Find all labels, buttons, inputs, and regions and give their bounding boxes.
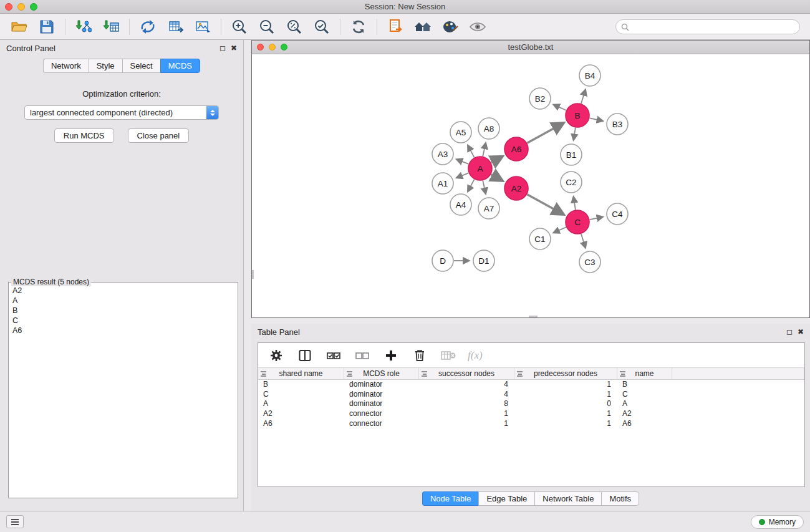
list-item[interactable]: B — [12, 306, 234, 316]
list-item[interactable]: A — [12, 296, 234, 306]
task-history-button[interactable] — [6, 515, 24, 528]
export-table-icon[interactable] — [166, 17, 185, 36]
delete-column-icon[interactable] — [410, 346, 429, 365]
show-columns-icon[interactable] — [296, 346, 314, 365]
tab-node-table[interactable]: Node Table — [422, 491, 479, 506]
optimization-criterion-select[interactable]: largest connected component (directed) — [24, 105, 219, 120]
graph-edge[interactable] — [483, 181, 486, 194]
graph-edge[interactable] — [491, 175, 503, 181]
table-cell[interactable]: C — [617, 390, 672, 400]
table-cell[interactable]: 1 — [514, 419, 617, 429]
table-cell[interactable] — [672, 380, 804, 390]
minimize-network-window-button[interactable] — [269, 44, 276, 51]
tab-motifs[interactable]: Motifs — [601, 491, 639, 506]
graph-edge[interactable] — [456, 160, 468, 164]
table-cell[interactable] — [672, 419, 804, 429]
table-cell[interactable]: A — [617, 399, 672, 409]
column-header-mcds-role[interactable]: MCDS role — [344, 368, 419, 379]
table-cell[interactable]: 1 — [514, 380, 617, 390]
save-session-icon[interactable] — [37, 17, 56, 36]
new-network-icon[interactable] — [138, 17, 157, 36]
table-cell[interactable]: 4 — [419, 380, 514, 390]
home-icon[interactable] — [413, 17, 432, 36]
search-input[interactable] — [632, 22, 794, 31]
import-network-file-icon[interactable] — [74, 17, 93, 36]
horizontal-scrollbar[interactable] — [529, 316, 538, 317]
tab-style[interactable]: Style — [89, 59, 122, 73]
open-session-icon[interactable] — [10, 17, 29, 36]
close-panel-button[interactable]: Close panel — [128, 128, 190, 143]
memory-button[interactable]: Memory — [751, 515, 804, 529]
table-cell[interactable]: dominator — [344, 399, 419, 409]
table-cell[interactable]: A2 — [258, 409, 344, 419]
zoom-window-button[interactable] — [30, 3, 37, 11]
table-row[interactable]: A2connector11A2 — [258, 409, 804, 419]
zoom-in-icon[interactable] — [230, 17, 249, 36]
table-cell[interactable]: 4 — [419, 390, 514, 400]
search-box[interactable] — [615, 19, 800, 34]
run-mcds-button[interactable]: Run MCDS — [54, 128, 114, 143]
table-cell[interactable]: A2 — [617, 409, 672, 419]
table-cell[interactable]: B — [258, 380, 344, 390]
minimize-window-button[interactable] — [17, 3, 25, 11]
table-cell[interactable] — [672, 409, 804, 419]
table-cell[interactable]: 0 — [514, 399, 617, 409]
close-window-button[interactable] — [5, 3, 12, 11]
refresh-icon[interactable] — [349, 17, 368, 36]
float-panel-icon[interactable]: ◻ — [219, 44, 226, 52]
table-cell[interactable]: dominator — [344, 390, 419, 400]
network-canvas[interactable]: B4B2BB3B1A5A8A6A3AA1A2A4A7C2C4CC1C3DD1 — [252, 54, 809, 317]
graph-edge[interactable] — [581, 90, 586, 104]
graph-edge[interactable] — [528, 195, 564, 215]
table-cell[interactable]: A — [258, 399, 344, 409]
graph-edge[interactable] — [456, 173, 468, 178]
table-cell[interactable]: connector — [344, 409, 419, 419]
column-header-successor-nodes[interactable]: successor nodes — [419, 368, 514, 379]
column-header-name[interactable]: name — [617, 368, 672, 379]
import-table-file-icon[interactable] — [102, 17, 120, 36]
table-settings-gear-icon[interactable] — [267, 346, 286, 365]
table-row[interactable]: Adominator80A — [258, 399, 804, 409]
column-header-predecessor-nodes[interactable]: predecessor nodes — [514, 368, 617, 379]
table-cell[interactable]: B — [617, 380, 672, 390]
table-cell[interactable]: 8 — [419, 399, 514, 409]
graph-edge[interactable] — [574, 197, 576, 210]
table-cell[interactable]: 1 — [514, 409, 617, 419]
table-row[interactable]: Bdominator41B — [258, 380, 804, 390]
table-row[interactable]: Cdominator41C — [258, 390, 804, 400]
float-table-panel-icon[interactable]: ◻ — [786, 327, 793, 336]
table-cell[interactable] — [672, 390, 804, 400]
graph-edge[interactable] — [574, 128, 576, 140]
tab-select[interactable]: Select — [122, 59, 160, 73]
tab-mcds[interactable]: MCDS — [160, 59, 200, 73]
select-all-icon[interactable] — [324, 346, 343, 365]
zoom-network-window-button[interactable] — [281, 44, 287, 51]
zoom-selected-icon[interactable] — [312, 17, 331, 36]
tab-network-table[interactable]: Network Table — [534, 491, 601, 506]
eye-icon[interactable] — [468, 17, 487, 36]
add-column-icon[interactable] — [382, 346, 400, 365]
graph-edge[interactable] — [590, 118, 603, 121]
table-cell[interactable]: 1 — [419, 409, 514, 419]
graph-edge[interactable] — [468, 145, 474, 157]
table-cell[interactable] — [672, 399, 804, 409]
table-cell[interactable]: 1 — [419, 419, 514, 429]
export-image-icon[interactable] — [193, 17, 212, 36]
delete-table-icon[interactable] — [439, 346, 458, 365]
zoom-out-icon[interactable] — [258, 17, 276, 36]
graph-edge[interactable] — [468, 180, 474, 191]
graph-edge[interactable] — [483, 143, 486, 156]
list-item[interactable]: A6 — [12, 326, 234, 336]
vertical-scrollbar[interactable] — [252, 270, 254, 279]
graph-edge[interactable] — [590, 217, 603, 220]
table-cell[interactable]: connector — [344, 419, 419, 429]
table-cell[interactable]: C — [258, 390, 344, 400]
table-cell[interactable]: dominator — [344, 380, 419, 390]
list-item[interactable]: A2 — [12, 286, 234, 296]
style-brush-icon[interactable] — [441, 17, 460, 36]
graph-edge[interactable] — [528, 123, 564, 143]
zoom-fit-icon[interactable] — [285, 17, 304, 36]
graph-edge[interactable] — [554, 227, 566, 233]
graph-edge[interactable] — [581, 234, 586, 248]
table-cell[interactable]: A6 — [258, 419, 344, 429]
